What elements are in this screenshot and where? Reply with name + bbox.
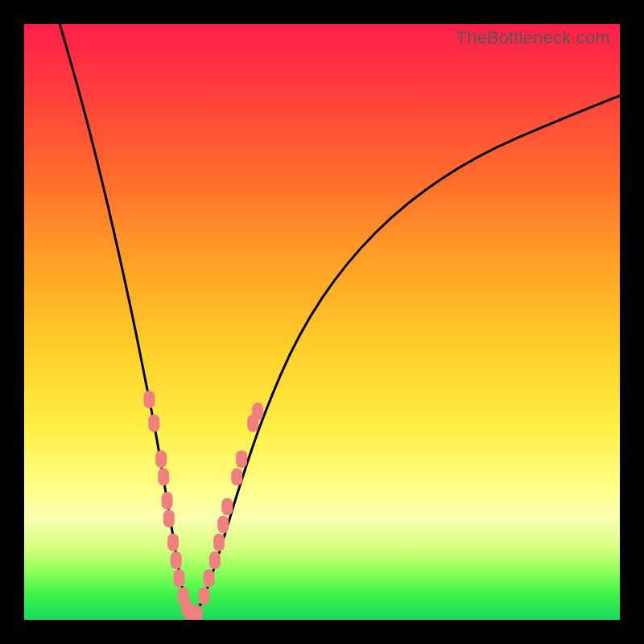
data-point <box>199 587 210 605</box>
data-point <box>209 551 221 569</box>
data-point <box>171 551 182 569</box>
data-point <box>173 569 184 587</box>
data-point <box>236 450 247 468</box>
chart-frame: TheBottleneck.com <box>0 0 644 644</box>
data-point <box>158 468 169 485</box>
left-branch-path <box>60 24 191 620</box>
data-point <box>231 468 242 485</box>
data-point <box>163 510 175 527</box>
right-branch-path <box>191 96 620 620</box>
data-point <box>192 605 203 620</box>
chart-svg <box>24 24 620 620</box>
curve-layer <box>60 24 620 620</box>
data-point <box>252 402 263 420</box>
data-point <box>167 534 179 551</box>
data-point <box>155 450 167 468</box>
data-point <box>203 569 214 587</box>
data-point <box>213 534 225 551</box>
plot-area: TheBottleneck.com <box>24 24 620 620</box>
data-point <box>221 497 233 515</box>
marker-layer <box>143 390 263 620</box>
data-point <box>143 390 155 408</box>
data-point <box>217 516 229 534</box>
data-point <box>148 415 159 432</box>
data-point <box>162 492 173 510</box>
